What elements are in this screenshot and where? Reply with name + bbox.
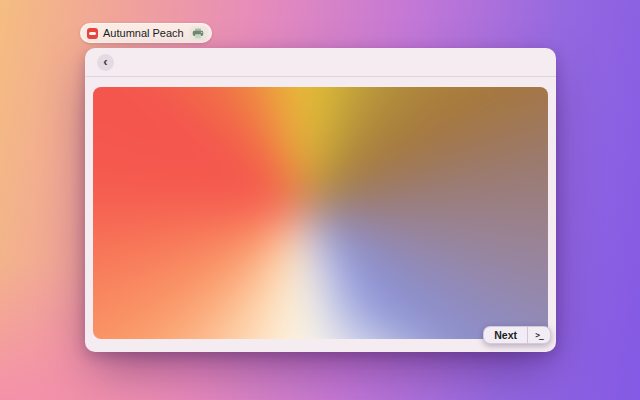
window-content xyxy=(85,77,556,350)
wallpaper-gradient xyxy=(93,87,548,339)
printer-icon xyxy=(192,28,204,39)
terminal-prompt-icon: >_ xyxy=(535,331,543,340)
terminal-button[interactable]: >_ xyxy=(528,327,550,343)
window-toolbar: ‹ xyxy=(85,48,556,77)
chevron-left-icon: ‹ xyxy=(103,55,107,68)
next-button-group: Next >_ xyxy=(483,326,551,344)
printer-button[interactable] xyxy=(189,26,208,40)
wallpaper-preview xyxy=(93,87,548,339)
red-app-icon xyxy=(87,28,98,39)
back-button[interactable]: ‹ xyxy=(97,54,114,71)
desktop-background: Autumnal Peach ‹ Next >_ xyxy=(0,0,640,400)
wallpaper-name-label: Autumnal Peach xyxy=(103,27,184,39)
preview-window: ‹ Next >_ xyxy=(85,48,556,352)
wallpaper-tag-pill[interactable]: Autumnal Peach xyxy=(80,23,212,43)
next-button[interactable]: Next xyxy=(484,327,527,343)
